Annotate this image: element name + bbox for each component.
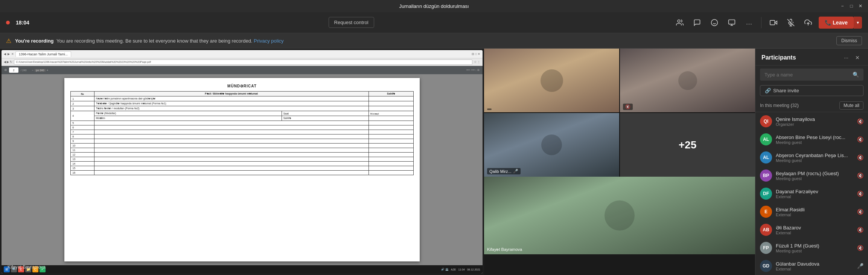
participant-mic-icon: 🔇	[857, 191, 863, 197]
video-name-tag-2: 🔇	[623, 104, 633, 110]
close-button[interactable]: ✕	[857, 3, 863, 9]
participant-avatar: BP	[760, 170, 772, 182]
minimize-button[interactable]: −	[839, 3, 845, 9]
pdf-page-input[interactable]: 2	[9, 67, 18, 73]
in-meeting-bar: In this meeting (32) Mute all	[755, 99, 868, 112]
participant-info: Elmar.RəsidliExternal	[776, 207, 853, 217]
panel-title: Participants	[761, 54, 796, 61]
taskbar: ⊞ 🔍 E 📁 C ✓ 🔊 💻 AZE 11:04 08.12.2021	[2, 265, 483, 273]
participants-panel: Participants ··· ✕ 🔍 🔗 Share invite In t…	[755, 49, 868, 275]
participant-info: Abseron Bine Pese Liseyi (roc...Meeting …	[776, 134, 853, 145]
participant-info: Füzuli 1 PM (Guest)Meeting guest	[776, 243, 853, 253]
participant-name: Gülanbar Davudova	[776, 261, 853, 267]
video-cell-2: 🔇	[620, 49, 755, 112]
search-icon: 🔍	[853, 72, 859, 78]
pdf-page: MÜNDƏRICAT № Fəsil / Bölmələr haqqında ü…	[64, 78, 420, 261]
participant-count-overlay: +25	[620, 113, 755, 177]
participant-item[interactable]: ALAbşeron Ceyranbatan Peşə Lis...Meeting…	[755, 148, 868, 167]
participant-mic-icon: 🔇	[857, 154, 863, 160]
participant-mic-icon: 🔇	[857, 173, 863, 179]
reactions-icon-btn[interactable]	[708, 16, 721, 29]
maximize-button[interactable]: □	[848, 3, 854, 9]
taskbar-time: 11:04	[458, 268, 465, 271]
svg-point-1	[711, 19, 718, 26]
recording-dot	[6, 21, 10, 24]
participant-name: Dayanat Fərzəliyev	[776, 189, 853, 194]
video-name-tag-1	[487, 108, 492, 110]
participant-info: Qenire IsmayilovaOrganizer	[776, 116, 853, 127]
participant-avatar: AL	[760, 133, 772, 145]
participant-role: Meeting guest	[776, 249, 853, 253]
participant-avatar: FP	[760, 242, 772, 254]
mic-muted-icon-2: 🔇	[625, 104, 630, 109]
request-control-button[interactable]: Request control	[329, 17, 374, 28]
participants-icon-btn[interactable]	[673, 16, 687, 29]
bottom-video: Kifayət Bayramova	[484, 177, 755, 254]
participant-item[interactable]: FPFüzuli 1 PM (Guest)Meeting guest🔇	[755, 239, 868, 257]
mute-all-button[interactable]: Mute all	[839, 101, 863, 110]
participant-avatar: GD	[760, 260, 772, 272]
shared-screen: ◀ ▶ ✕ 1396-Hacan Talim Jurnali Tami... ⊟…	[2, 50, 483, 273]
panel-more-button[interactable]: ···	[842, 53, 851, 62]
dismiss-button[interactable]: Dismiss	[836, 36, 862, 45]
share-invite-button[interactable]: 🔗 Share invite	[760, 85, 863, 96]
taskbar-lang: AZE	[451, 268, 456, 271]
participant-role: External	[776, 231, 853, 235]
participant-item[interactable]: ABƏli BazarovExternal🔇	[755, 221, 868, 239]
participant-mic-icon: 🔇	[857, 136, 863, 142]
participant-item[interactable]: EElmar.RəsidliExternal🔇	[755, 203, 868, 221]
participant-avatar: QI	[760, 115, 772, 127]
share-invite-label: Share invite	[773, 88, 799, 93]
search-bar: 🔍	[760, 69, 863, 81]
participant-name: Əli Bazarov	[776, 225, 853, 231]
participant-info: Gülanbar DavudovaExternal	[776, 261, 853, 271]
window-title: Jurnalların düzgün doldurulması	[399, 3, 469, 9]
participant-name: Elmar.Rəsidli	[776, 207, 853, 212]
in-meeting-text: In this meeting (32)	[760, 103, 799, 108]
participant-mic-icon: 🔇	[857, 209, 863, 215]
participant-role: Meeting guest	[776, 158, 853, 163]
mute-icon-btn[interactable]	[784, 16, 798, 29]
participant-role: Meeting guest	[776, 176, 853, 181]
video-cell-1	[484, 49, 619, 112]
participant-name: Beylaqan PM (гость) (Guest)	[776, 171, 853, 176]
chat-icon-btn[interactable]	[690, 16, 704, 29]
camera-icon-btn[interactable]	[767, 16, 780, 29]
pdf-title: MÜNDƏRICAT	[70, 84, 414, 88]
participant-info: Beylaqan PM (гость) (Guest)Meeting guest	[776, 171, 853, 181]
participant-avatar: DF	[760, 188, 772, 200]
participant-role: External	[776, 212, 853, 217]
participant-info: Abşeron Ceyranbatan Peşə Lis...Meeting g…	[776, 153, 853, 163]
panel-close-button[interactable]: ✕	[853, 53, 862, 62]
participant-avatar: AB	[760, 224, 772, 236]
browser-address-bar[interactable]: C:/Users/User/Desktop/1396-hacan%20Talim…	[14, 60, 472, 65]
video-cell-qalib: Qalib Mirz... 🎤	[484, 113, 619, 177]
warning-icon: ⚠	[6, 37, 11, 44]
svg-rect-4	[729, 20, 735, 24]
share-screen-icon-btn[interactable]	[725, 16, 739, 29]
participant-item[interactable]: DFDayanat FərzəliyevExternal🔇	[755, 185, 868, 203]
participant-role: Organizer	[776, 122, 853, 127]
participant-item[interactable]: GDGülanbar DavudovaExternal🎤	[755, 257, 868, 275]
svg-rect-8	[770, 20, 775, 25]
pdf-table: № Fəsil / Bölmələr haqqında ümumi məluma…	[70, 91, 414, 175]
title-bar: Jurnalların düzgün doldurulması − □ ✕	[0, 0, 868, 12]
meeting-time: 18:04	[16, 20, 29, 26]
share-invite-icon: 🔗	[765, 88, 771, 93]
participant-item[interactable]: ALAbseron Bine Pese Liseyi (roc...Meetin…	[755, 130, 868, 148]
participant-item[interactable]: QIQenire IsmayilovaOrganizer🔇	[755, 112, 868, 130]
svg-marker-7	[775, 21, 777, 24]
privacy-policy-link[interactable]: Privacy policy	[254, 38, 283, 44]
search-input[interactable]	[764, 72, 850, 78]
video-cell-count: +25	[620, 113, 755, 177]
recording-bold-text: You're recording You are recording this …	[15, 38, 284, 44]
leave-button[interactable]: 📞 Leave	[819, 17, 854, 29]
participant-mic-icon: 🔇	[857, 118, 863, 124]
video-grid: 🔇 Qalib Mirz... 🎤 +25	[484, 49, 755, 177]
participant-name: Füzuli 1 PM (Guest)	[776, 243, 853, 249]
participant-item[interactable]: BPBeylaqan PM (гость) (Guest)Meeting gue…	[755, 167, 868, 185]
participant-mic-icon: 🔇	[857, 245, 863, 251]
leave-dropdown-button[interactable]: ▾	[854, 17, 862, 29]
upload-icon-btn[interactable]	[801, 16, 815, 29]
more-actions-btn[interactable]: ...	[742, 16, 756, 29]
